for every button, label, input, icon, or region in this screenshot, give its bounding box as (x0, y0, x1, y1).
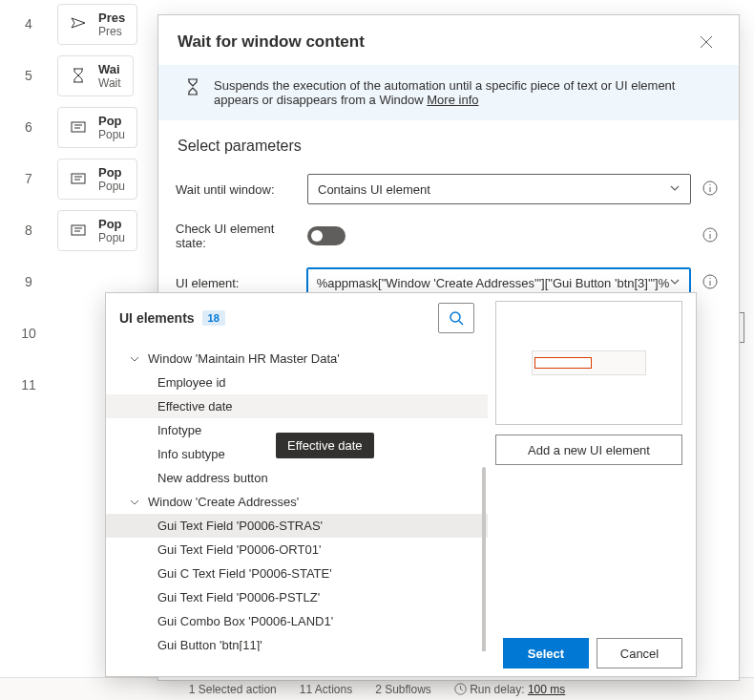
step-card[interactable]: PresPres (57, 4, 137, 45)
step-number: 11 (0, 377, 57, 392)
scrollbar[interactable] (482, 467, 486, 651)
check-state-label: Check UI element state: (176, 222, 300, 250)
actions-count-text: 11 Actions (300, 683, 352, 696)
tree-item[interactable]: Gui Button 'btn[11]' (106, 633, 488, 651)
step-subtitle: Popu (98, 128, 125, 141)
step-subtitle: Pres (98, 25, 125, 38)
svg-rect-2 (72, 225, 85, 235)
ui-element-label: UI element: (176, 276, 299, 290)
subflows-count-text: 2 Subflows (375, 683, 431, 696)
select-button[interactable]: Select (503, 638, 589, 668)
step-title: Pop (98, 217, 125, 231)
chevron-down-icon (669, 182, 681, 197)
more-info-link[interactable]: More info (427, 93, 478, 107)
svg-rect-0 (72, 122, 85, 132)
tree-item-label: Info subtype (157, 447, 225, 461)
tree-item[interactable]: Window 'Create Addresses' (106, 490, 488, 514)
tree-item[interactable]: Employee id (106, 371, 488, 394)
step-number: 10 (0, 326, 57, 341)
step-icon (70, 170, 87, 187)
step-card[interactable]: WaiWait (57, 55, 134, 96)
info-icon[interactable] (699, 227, 722, 245)
step-number: 8 (0, 223, 57, 238)
ui-elements-count-badge: 18 (202, 310, 225, 326)
tree-item-label: Window 'Maintain HR Master Data' (148, 351, 340, 366)
info-icon[interactable] (699, 274, 722, 292)
run-delay-control[interactable]: Run delay: 100 ms (454, 683, 565, 696)
step-subtitle: Popu (98, 180, 125, 193)
tree-item-label: Effective date (157, 399, 233, 414)
step-card[interactable]: PopPopu (57, 210, 137, 251)
chevron-down-icon[interactable] (129, 353, 142, 365)
element-preview (495, 301, 682, 425)
step-number: 5 (0, 68, 57, 83)
wait-until-label: Wait until window: (176, 182, 300, 197)
tree-item[interactable]: Window 'Maintain HR Master Data' (106, 347, 488, 371)
tree-item-label: Infotype (157, 423, 201, 437)
tree-item-label: Window 'Create Addresses' (148, 495, 299, 509)
selected-actions-text: 1 Selected action (189, 683, 277, 696)
tree-item[interactable]: Gui Text Field 'P0006-STRAS' (106, 514, 488, 538)
svg-point-6 (450, 312, 460, 322)
step-card[interactable]: PopPopu (57, 159, 137, 200)
wait-until-value: Contains UI element (318, 182, 430, 197)
chevron-down-icon (669, 276, 681, 290)
tooltip: Effective date (276, 433, 374, 458)
tree-item[interactable]: New address button (106, 466, 488, 490)
step-number: 7 (0, 171, 57, 186)
wait-until-dropdown[interactable]: Contains UI element (307, 174, 691, 204)
ui-elements-tree[interactable]: Window 'Maintain HR Master Data'Employee… (106, 343, 488, 651)
add-ui-element-button[interactable]: Add a new UI element (495, 435, 682, 465)
section-title: Select parameters (158, 120, 739, 168)
tree-item-label: Gui Combo Box 'P0006-LAND1' (157, 614, 333, 628)
cancel-button[interactable]: Cancel (597, 638, 682, 668)
step-number: 4 (0, 16, 57, 32)
step-icon (70, 222, 87, 239)
ui-elements-title: UI elements (119, 310, 195, 326)
ui-element-value: %appmask["Window 'Create Addresses'"]["G… (317, 276, 669, 290)
close-button[interactable] (693, 29, 720, 55)
run-delay-label: Run delay: (470, 683, 524, 696)
step-subtitle: Wait (98, 76, 121, 90)
step-icon (70, 15, 87, 32)
tree-item-label: New address button (157, 471, 268, 485)
step-title: Wai (98, 62, 121, 76)
search-button[interactable] (438, 303, 474, 333)
tree-item-label: Gui Text Field 'P0006-STRAS' (157, 519, 323, 533)
dialog-title: Wait for window content (178, 32, 365, 52)
tree-item-label: Gui Text Field 'P0006-ORT01' (157, 542, 321, 557)
step-title: Pop (98, 114, 125, 128)
step-icon (70, 67, 87, 84)
tree-item[interactable]: Gui C Text Field 'P0006-STATE' (106, 562, 488, 585)
tree-item-label: Gui Text Field 'P0006-PSTLZ' (157, 590, 320, 605)
svg-rect-1 (72, 174, 85, 183)
step-number: 6 (0, 119, 57, 135)
step-card[interactable]: PopPopu (57, 107, 137, 148)
tree-item-label: Employee id (157, 375, 226, 390)
ui-elements-picker: UI elements 18 Window 'Maintain HR Maste… (105, 292, 697, 677)
step-title: Pop (98, 165, 125, 180)
step-icon (70, 118, 87, 136)
tree-item[interactable]: Gui Text Field 'P0006-ORT01' (106, 538, 488, 562)
info-icon[interactable] (699, 180, 722, 199)
tree-item-label: Gui C Text Field 'P0006-STATE' (157, 566, 332, 581)
tree-item-label: Gui Button 'btn[11]' (157, 638, 262, 651)
step-title: Pres (98, 11, 125, 25)
tree-item[interactable]: Gui Text Field 'P0006-PSTLZ' (106, 585, 488, 609)
check-state-toggle[interactable] (307, 226, 346, 245)
chevron-down-icon[interactable] (129, 497, 142, 508)
tree-item[interactable]: Gui Combo Box 'P0006-LAND1' (106, 609, 488, 633)
hourglass-icon (185, 78, 200, 98)
tree-item[interactable]: Effective date (106, 394, 488, 418)
step-subtitle: Popu (98, 231, 125, 244)
info-banner: Suspends the execution of the automation… (158, 65, 739, 120)
step-number: 9 (0, 274, 57, 289)
run-delay-value[interactable]: 100 ms (528, 683, 565, 696)
